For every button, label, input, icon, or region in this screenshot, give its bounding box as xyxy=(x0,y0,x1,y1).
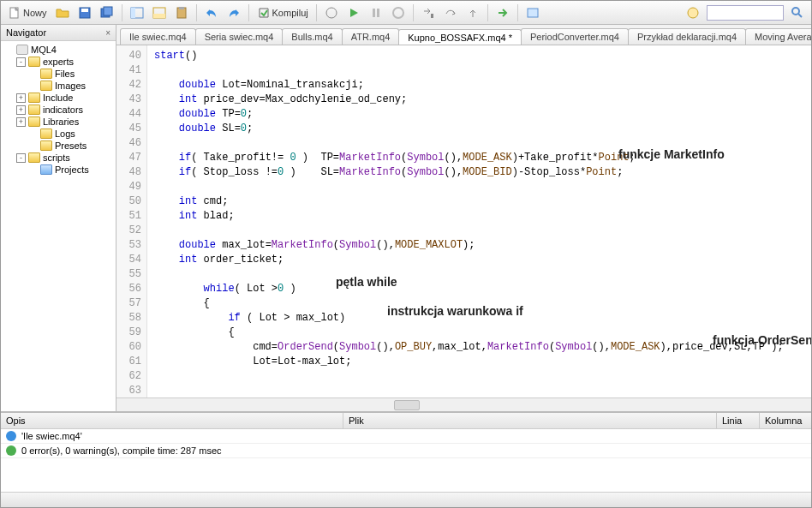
folder-icon xyxy=(28,93,40,103)
twisty-icon[interactable]: + xyxy=(16,105,26,115)
tree-item-scripts[interactable]: -scripts xyxy=(3,152,114,164)
tree-item-label: indicators xyxy=(43,105,83,115)
folder-icon xyxy=(40,81,52,91)
editor-tab[interactable]: Bulls.mq4 xyxy=(282,28,342,45)
col-description[interactable]: Opis xyxy=(1,413,343,428)
nav-panel-button[interactable] xyxy=(127,3,147,22)
tree-item-include[interactable]: +Include xyxy=(3,92,114,104)
redo-icon xyxy=(227,6,241,20)
new-button[interactable]: Nowy xyxy=(4,3,51,22)
save-button[interactable] xyxy=(75,3,95,22)
folder-open-icon xyxy=(56,6,69,20)
tree-item-label: Presets xyxy=(55,140,87,151)
twisty-icon[interactable]: + xyxy=(16,93,26,103)
panel-icon xyxy=(130,6,144,20)
editor-tab[interactable]: ATR.mq4 xyxy=(342,28,400,45)
run-button[interactable] xyxy=(343,3,364,22)
clipboard-icon xyxy=(175,6,188,20)
tree-item-label: Images xyxy=(55,81,86,91)
stop-icon xyxy=(391,6,405,20)
check-icon xyxy=(6,445,16,456)
search-icon xyxy=(791,6,804,20)
editor-tab[interactable]: Kupno_BOSSAFX.mq4 * xyxy=(398,29,522,45)
twisty-icon[interactable]: + xyxy=(16,117,26,127)
help-icon xyxy=(686,6,700,20)
step-over-icon xyxy=(444,6,457,20)
tree-item-label: experts xyxy=(43,57,74,67)
stop-button[interactable] xyxy=(388,3,409,22)
output-text: 0 error(s), 0 warning(s), compile time: … xyxy=(21,445,222,456)
open-button[interactable] xyxy=(52,3,73,22)
annotation-if: instrukcja warunkowa if xyxy=(387,304,523,319)
compile-button-label: Kompiluj xyxy=(272,8,308,18)
step-out-button[interactable] xyxy=(463,3,483,22)
navigator-title-bar: Navigator × xyxy=(1,25,116,41)
col-file[interactable]: Plik xyxy=(343,413,717,428)
tree-item-projects[interactable]: Projects xyxy=(3,164,114,176)
editor-tab[interactable]: Seria swiec.mq4 xyxy=(195,28,284,45)
tree-item-label: scripts xyxy=(43,152,70,163)
save-all-button[interactable] xyxy=(97,3,117,22)
tree-item-libraries[interactable]: +Libraries xyxy=(3,116,114,128)
play-icon xyxy=(347,6,361,20)
redo-button[interactable] xyxy=(224,3,244,22)
twisty-spacer xyxy=(28,69,38,79)
options-button[interactable] xyxy=(522,3,543,22)
folder-icon xyxy=(40,69,52,79)
help-button[interactable] xyxy=(683,3,703,22)
output-row[interactable]: 'Ile swiec.mq4' xyxy=(1,429,811,444)
editor-tab[interactable]: PeriodConverter.mq4 xyxy=(521,28,629,45)
editor-tab[interactable]: Przykład deklaracji.mq4 xyxy=(628,28,746,45)
editor-area: Ile swiec.mq4Seria swiec.mq4Bulls.mq4ATR… xyxy=(116,25,811,411)
terminal-button[interactable] xyxy=(321,3,342,22)
navigator-tree: MQL4 -expertsFilesImages+Include+indicat… xyxy=(1,41,116,411)
info-icon xyxy=(6,431,16,441)
col-column[interactable]: Kolumna xyxy=(760,413,811,428)
svg-rect-10 xyxy=(179,7,184,9)
col-line[interactable]: Linia xyxy=(717,413,760,428)
code-editor[interactable]: 40 41 42 43 44 45 46 47 48 49 50 51 52 5… xyxy=(116,45,811,397)
output-row[interactable]: 0 error(s), 0 warning(s), compile time: … xyxy=(1,444,811,458)
step-into-icon xyxy=(421,6,435,20)
toolbar-separator xyxy=(517,4,518,21)
toolbar-search xyxy=(683,3,808,22)
twisty-icon[interactable]: - xyxy=(16,57,26,67)
step-into-button[interactable] xyxy=(418,3,439,22)
compile-button[interactable]: Kompiluj xyxy=(254,3,312,22)
pause-button[interactable] xyxy=(366,3,386,22)
tree-root[interactable]: MQL4 xyxy=(3,44,114,56)
main-area: Navigator × MQL4 -expertsFilesImages+Inc… xyxy=(1,25,811,411)
twisty-spacer xyxy=(28,81,38,91)
tree-root-label: MQL4 xyxy=(31,45,57,55)
search-input[interactable] xyxy=(707,5,784,21)
step-over-button[interactable] xyxy=(440,3,461,22)
paste-button[interactable] xyxy=(171,3,192,22)
twisty-icon[interactable]: - xyxy=(16,153,26,163)
tree-item-images[interactable]: Images xyxy=(3,80,114,92)
search-button[interactable] xyxy=(787,3,808,22)
editor-tab[interactable]: Ile swiec.mq4 xyxy=(120,28,196,45)
folder-icon xyxy=(28,57,40,67)
main-toolbar: Nowy Kompiluj xyxy=(1,1,811,25)
toolbox-panel-button[interactable] xyxy=(149,3,170,22)
toolbar-separator xyxy=(196,4,197,21)
tree-item-experts[interactable]: -experts xyxy=(3,56,114,68)
editor-tab[interactable]: Moving Average.mq4 xyxy=(745,28,811,45)
annotation-marketinfo: funkcje MarketInfo xyxy=(618,147,725,162)
tree-item-indicators[interactable]: +indicators xyxy=(3,104,114,116)
navigator-close-button[interactable]: × xyxy=(105,28,110,38)
editor-hscrollbar[interactable] xyxy=(116,397,811,411)
tree-item-presets[interactable]: Presets xyxy=(3,140,114,152)
toolbar-separator xyxy=(122,4,122,21)
terminal-icon xyxy=(325,6,338,20)
toolbar-separator xyxy=(413,4,414,21)
undo-button[interactable] xyxy=(201,3,222,22)
code-content[interactable]: start() double Lot=Nominal_transakcji; i… xyxy=(147,45,811,397)
tree-item-files[interactable]: Files xyxy=(3,68,114,80)
goto-button[interactable] xyxy=(493,3,513,22)
svg-rect-16 xyxy=(528,9,538,17)
svg-point-14 xyxy=(393,8,403,18)
scrollbar-thumb[interactable] xyxy=(394,400,420,410)
tree-item-logs[interactable]: Logs xyxy=(3,128,114,140)
folder-icon xyxy=(28,152,40,163)
